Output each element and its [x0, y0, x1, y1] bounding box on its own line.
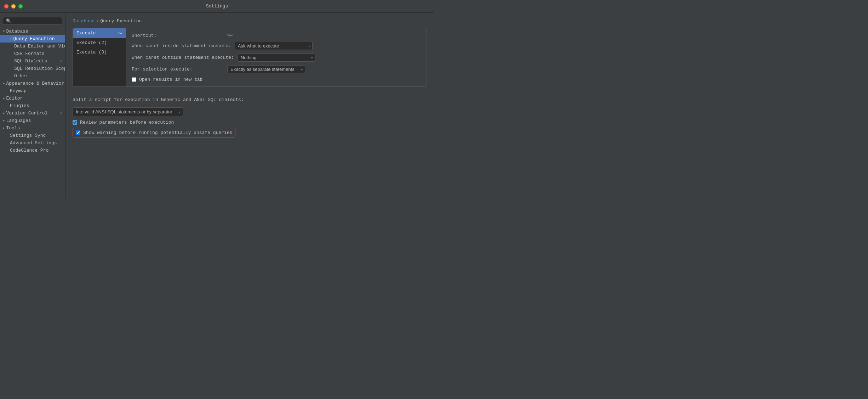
sidebar-item-codeglance[interactable]: CodeGlance Pro — [0, 147, 65, 154]
settings-panel: Shortcut: ⌘↩ When caret inside statement… — [126, 28, 427, 86]
breadcrumb: Database › Query Execution — [73, 18, 427, 24]
minimize-button[interactable] — [11, 4, 16, 9]
review-params-row: Review parameters before execution — [73, 120, 427, 125]
sidebar-item-settings-sync[interactable]: Settings Sync — [0, 132, 65, 139]
chevron-down-icon: ▼ — [3, 30, 5, 33]
caret-inside-row: When caret inside statement execute: Ask… — [132, 42, 421, 50]
settings-icon: ⚙ — [60, 111, 62, 116]
open-results-label: Open results in new tab — [139, 77, 202, 82]
breadcrumb-parent[interactable]: Database — [73, 18, 95, 24]
sidebar-item-appearance[interactable]: ▶ Appearance & Behavior — [0, 80, 65, 87]
sidebar-item-label: Settings Sync — [10, 133, 46, 138]
open-results-row: Open results in new tab — [132, 77, 421, 82]
section-divider — [73, 94, 427, 94]
chevron-right-icon: ▶ — [3, 96, 5, 100]
sidebar-item-sql-dialects[interactable]: SQL Dialects ⚙ — [0, 57, 65, 65]
review-params-label: Review parameters before execution — [80, 120, 174, 125]
tab-shortcut: ⌘↩ — [118, 31, 122, 35]
window-controls — [4, 4, 23, 9]
caret-inside-label: When caret inside statement execute: — [132, 43, 231, 49]
sidebar-item-advanced-settings[interactable]: Advanced Settings — [0, 139, 65, 147]
sidebar-item-plugins[interactable]: Plugins — [0, 102, 65, 109]
sidebar-item-label: Query Execution — [13, 36, 55, 41]
sidebar-item-label: Data Editor and Viewer — [14, 44, 65, 49]
maximize-button[interactable] — [18, 4, 23, 9]
chevron-right-icon: ▶ — [3, 126, 5, 130]
sidebar-item-tools[interactable]: ▶ Tools — [0, 124, 65, 132]
caret-inside-select-wrapper: Ask what to execute Nothing Smallest sta… — [235, 42, 313, 50]
titlebar: Settings — [0, 0, 434, 13]
caret-outside-row: When caret outside statement execute: No… — [132, 54, 421, 62]
sidebar: ▼ Database ▶ Query Execution Data Editor… — [0, 13, 65, 200]
tab-execute-1[interactable]: Execute ⌘↩ — [73, 28, 126, 38]
review-params-checkbox[interactable] — [73, 120, 77, 125]
tab-execute-2[interactable]: Execute (2) — [73, 38, 126, 47]
sidebar-item-other[interactable]: Other — [0, 72, 65, 80]
tab-label: Execute — [76, 30, 96, 36]
sidebar-item-label: SQL Dialects — [14, 58, 47, 64]
sidebar-item-label: Languages — [6, 118, 31, 123]
caret-outside-select[interactable]: Nothing Ask what to execute Smallest sta… — [238, 54, 315, 62]
execute-panel: Execute ⌘↩ Execute (2) Execute (3) Short… — [73, 28, 427, 87]
shortcut-value: ⌘↩ — [227, 33, 233, 38]
sidebar-item-label: Tools — [6, 125, 20, 131]
split-select[interactable]: Into valid ANSI SQL statements or by sep… — [73, 107, 183, 116]
main-layout: ▼ Database ▶ Query Execution Data Editor… — [0, 13, 434, 200]
breadcrumb-separator: › — [96, 18, 99, 24]
show-warning-checkbox[interactable] — [76, 130, 80, 135]
show-warning-label: Show warning before running potentially … — [83, 130, 232, 135]
split-section: Split a script for execution in Generic … — [73, 97, 427, 116]
sidebar-item-csv-formats[interactable]: CSV Formats — [0, 50, 65, 57]
sidebar-item-label: Appearance & Behavior — [6, 81, 64, 86]
sidebar-item-label: CSV Formats — [14, 51, 45, 56]
execute-tabs: Execute ⌘↩ Execute (2) Execute (3) — [73, 28, 126, 86]
sidebar-item-keymap[interactable]: Keymap — [0, 87, 65, 95]
caret-outside-select-wrapper: Nothing Ask what to execute Smallest sta… — [238, 54, 315, 62]
sidebar-item-languages[interactable]: ▶ Languages — [0, 117, 65, 124]
content-area: Database › Query Execution Execute ⌘↩ Ex… — [65, 13, 434, 200]
sidebar-item-label: Editor — [6, 96, 23, 101]
window-title: Settings — [206, 4, 228, 9]
split-label: Split a script for execution in Generic … — [73, 97, 427, 102]
caret-inside-select[interactable]: Ask what to execute Nothing Smallest sta… — [235, 42, 313, 50]
shortcut-label: Shortcut: — [132, 33, 224, 38]
show-warning-row: Show warning before running potentially … — [73, 128, 235, 137]
selection-select-wrapper: Exactly as separate statements As single… — [227, 65, 305, 73]
sidebar-item-label: Advanced Settings — [10, 140, 57, 146]
open-results-checkbox[interactable] — [132, 77, 136, 82]
close-button[interactable] — [4, 4, 8, 9]
chevron-right-icon: ▶ — [3, 82, 5, 85]
sidebar-item-label: Other — [14, 73, 28, 79]
chevron-right-icon: ▶ — [3, 111, 5, 115]
chevron-right-icon: ▶ — [10, 37, 12, 41]
caret-outside-label: When caret outside statement execute: — [132, 55, 234, 60]
breadcrumb-current: Query Execution — [100, 18, 142, 24]
search-input[interactable] — [3, 17, 62, 25]
settings-icon: ⚙ — [60, 59, 62, 63]
sidebar-item-label: Keymap — [10, 88, 27, 94]
chevron-right-icon: ▶ — [3, 119, 5, 123]
split-select-wrapper: Into valid ANSI SQL statements or by sep… — [73, 107, 183, 116]
selection-select[interactable]: Exactly as separate statements As single… — [227, 65, 305, 73]
sidebar-item-label: Database — [6, 29, 28, 34]
sidebar-item-data-editor[interactable]: Data Editor and Viewer — [0, 43, 65, 50]
sidebar-item-query-execution[interactable]: ▶ Query Execution — [0, 35, 65, 43]
tab-execute-3[interactable]: Execute (3) — [73, 47, 126, 57]
sidebar-item-database[interactable]: ▼ Database — [0, 28, 65, 35]
sidebar-item-label: CodeGlance Pro — [10, 148, 48, 153]
sidebar-item-label: Version Control — [6, 111, 47, 116]
tab-label: Execute (3) — [76, 50, 107, 55]
sidebar-item-label: SQL Resolution Scopes — [14, 66, 65, 71]
selection-row: For selection execute: Exactly as separa… — [132, 65, 421, 73]
sidebar-item-label: Plugins — [10, 103, 29, 108]
shortcut-row: Shortcut: ⌘↩ — [132, 33, 421, 38]
sidebar-item-version-control[interactable]: ▶ Version Control ⚙ — [0, 109, 65, 117]
selection-label: For selection execute: — [132, 67, 224, 72]
tab-label: Execute (2) — [76, 40, 107, 45]
sidebar-item-editor[interactable]: ▶ Editor — [0, 95, 65, 102]
sidebar-item-sql-resolution[interactable]: SQL Resolution Scopes ⚙ — [0, 65, 65, 72]
